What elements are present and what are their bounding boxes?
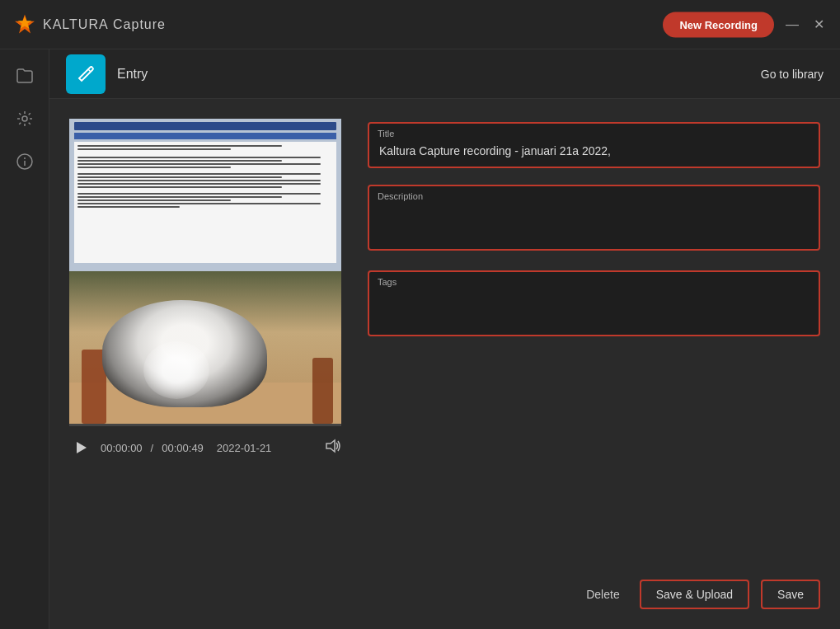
svg-point-2: [22, 116, 27, 121]
app-title: KALTURA Capture: [43, 17, 166, 32]
play-icon: [73, 440, 88, 455]
tags-input[interactable]: [368, 270, 820, 336]
minimize-button[interactable]: —: [784, 16, 800, 33]
form-section: Title Description Tags: [368, 119, 820, 609]
window-controls: — ✕: [784, 16, 827, 33]
time-current: 00:00:00: [101, 442, 143, 454]
logo-area: KALTURA Capture: [13, 13, 166, 36]
action-row: Delete Save & Upload Save: [368, 563, 820, 609]
recording-date: 2022-01-21: [217, 442, 272, 454]
svg-point-5: [24, 157, 26, 159]
folder-icon: [16, 67, 34, 85]
gear-icon: [16, 110, 34, 128]
title-field: Title: [368, 122, 820, 168]
video-controls: 00:00:00 / 00:00:49 2022-01-21: [69, 426, 341, 469]
svg-marker-8: [326, 440, 335, 452]
title-wrapper: Title: [368, 122, 820, 168]
video-preview: [69, 119, 341, 424]
sidebar-item-settings[interactable]: [15, 109, 35, 129]
time-separator: /: [151, 442, 154, 454]
new-recording-button[interactable]: New Recording: [663, 12, 774, 37]
video-progress-bar[interactable]: [69, 424, 341, 426]
save-upload-button[interactable]: Save & Upload: [640, 580, 749, 609]
close-button[interactable]: ✕: [810, 16, 827, 33]
description-input[interactable]: [368, 185, 820, 251]
title-input[interactable]: [368, 122, 820, 168]
pencil-icon: [77, 65, 95, 83]
play-button[interactable]: [69, 436, 92, 459]
camera-capture-area: [69, 271, 341, 424]
inner-content: 00:00:00 / 00:00:49 2022-01-21: [49, 99, 840, 629]
video-section: 00:00:00 / 00:00:49 2022-01-21: [69, 119, 341, 609]
svg-line-6: [88, 69, 91, 72]
volume-icon: [325, 439, 341, 453]
screen-capture-area: [69, 119, 341, 271]
tags-field: Tags: [368, 270, 820, 340]
time-total: 00:00:49: [162, 442, 204, 454]
sidebar: [0, 49, 49, 629]
main-layout: Entry Go to library: [0, 49, 840, 629]
content-area: Entry Go to library: [49, 49, 840, 629]
delete-button[interactable]: Delete: [578, 583, 627, 606]
info-icon: [16, 153, 34, 171]
save-button[interactable]: Save: [761, 580, 820, 609]
sidebar-item-library[interactable]: [15, 66, 35, 86]
volume-button[interactable]: [325, 439, 341, 457]
svg-marker-7: [77, 442, 87, 453]
entry-tab-icon: [66, 54, 106, 94]
entry-header: Entry Go to library: [49, 49, 840, 99]
go-to-library-link[interactable]: Go to library: [761, 68, 824, 81]
description-wrapper: Description: [368, 185, 820, 254]
document-preview: [69, 119, 341, 271]
kaltura-logo-icon: [13, 13, 36, 36]
titlebar: KALTURA Capture New Recording — ✕: [0, 0, 840, 49]
tags-wrapper: Tags: [368, 270, 820, 340]
entry-tab-label: Entry: [117, 67, 148, 82]
sidebar-item-info[interactable]: [15, 152, 35, 171]
description-field: Description: [368, 185, 820, 254]
